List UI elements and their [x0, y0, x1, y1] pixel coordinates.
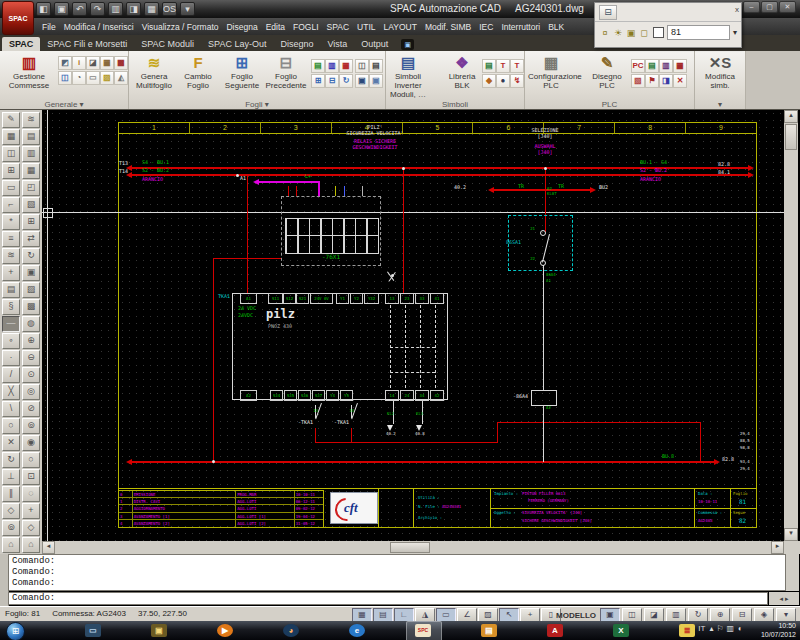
group-label-fogli[interactable]: Fogli ▾ — [129, 100, 385, 109]
snap-toggle[interactable]: ▦ — [352, 608, 372, 622]
tab-spac-lay-out[interactable]: SPAC Lay-Out — [201, 37, 273, 51]
plc-card-icon[interactable]: ▥ — [659, 59, 673, 73]
copy-commessa-icon[interactable]: ◪ — [86, 56, 100, 70]
sheet-window-icon[interactable]: ◫ — [355, 59, 369, 73]
quickview-drawings-button[interactable]: ▥ — [666, 608, 686, 622]
renumber-sheet-icon[interactable]: ↻ — [339, 74, 353, 88]
tool-home-tool[interactable]: ⌂ — [2, 537, 20, 553]
grid-toggle[interactable]: ▤ — [373, 608, 393, 622]
model-tab-button[interactable]: ▣ — [600, 608, 620, 622]
osnap-toggle[interactable]: ▭ — [436, 608, 456, 622]
minimize-button[interactable]: – — [743, 1, 760, 13]
make-layer-current-icon[interactable]: ⊟ — [599, 5, 617, 20]
tool-preview-tool[interactable]: ▩ — [22, 299, 40, 315]
frame-icon[interactable]: ▭ — [86, 71, 100, 85]
print-sheet-icon[interactable]: ▤ — [369, 59, 383, 73]
tool-refresh-sheet[interactable]: ↻ — [22, 248, 40, 264]
tool-new-sheet[interactable]: ▤ — [22, 129, 40, 145]
open-file-icon[interactable]: ◧ — [36, 2, 51, 16]
configurazione-plc-button[interactable]: ▦Configurazione PLC — [528, 53, 574, 90]
menu-modifica-inserisci[interactable]: Modifica / Inserisci — [60, 20, 138, 34]
tool-rotate-tool[interactable]: ↻ — [2, 452, 20, 468]
freeze-thaw-icon[interactable]: ☀ — [612, 27, 624, 39]
sheet-stack-icon[interactable]: ▣ — [355, 74, 369, 88]
plc-icon[interactable]: PC — [631, 59, 645, 73]
start-button[interactable]: ⊞ — [6, 622, 25, 640]
plc-delete-icon[interactable]: ✕ — [673, 74, 687, 88]
drawing-canvas[interactable]: 123456789 0EMISSIONEPROG.MAR10-10-111DIS… — [42, 110, 784, 541]
menu-visualizza-formato[interactable]: Visualizza / Formato — [138, 20, 223, 34]
workspace-lock-button[interactable]: ⊟ — [732, 608, 752, 622]
menu-spac[interactable]: SPAC — [323, 20, 354, 34]
cambio-foglio-button[interactable]: FCambio Foglio — [176, 53, 220, 90]
libreria-blk-button[interactable]: ❖Libreria BLK — [442, 53, 482, 90]
menu-file[interactable]: File — [38, 20, 60, 34]
tool-line-tool[interactable]: — — [2, 316, 20, 332]
plot-icon[interactable]: ▥ — [108, 2, 123, 16]
tool-swap-sheet[interactable]: ⇄ — [22, 231, 40, 247]
sheet-set-icon[interactable]: ◨ — [126, 2, 141, 16]
tool-perpendicular-tool[interactable]: ⊥ — [2, 469, 20, 485]
menu-edita[interactable]: Edita — [262, 20, 289, 34]
redo-icon[interactable]: ↷ — [90, 2, 105, 16]
layer-color-swatch[interactable] — [653, 27, 664, 38]
tool-tile-windows[interactable]: ⊞ — [22, 214, 40, 230]
gestione-commesse-button[interactable]: ▥ Gestione Commesse — [3, 53, 55, 90]
tool-pan-tool[interactable]: ◍ — [22, 316, 40, 332]
group-label-plc[interactable]: PLC — [525, 100, 694, 109]
bulb-on-off-icon[interactable]: ¤ — [599, 27, 611, 39]
application-menu-button[interactable]: SPAC — [2, 1, 34, 35]
osnap-icon[interactable]: OS — [162, 2, 177, 16]
status-menu-button[interactable]: ▾ — [776, 608, 796, 622]
tool-zoom-object[interactable]: ◉ — [22, 435, 40, 451]
command-input-line[interactable]: Comando: — [8, 592, 768, 605]
insert-sheet-icon[interactable]: ⊞ — [311, 74, 325, 88]
toc-app-icon[interactable]: ≣ — [674, 623, 700, 638]
command-input-arrows[interactable]: ◂ ▸ — [769, 592, 799, 605]
info-icon[interactable]: i — [72, 56, 86, 70]
undo-icon[interactable]: ↶ — [72, 2, 87, 16]
tab-panel-toggle-icon[interactable]: ▣ — [401, 39, 414, 50]
tool-zoom-extents[interactable]: ⊡ — [22, 469, 40, 485]
ducs-toggle[interactable]: ▨ — [478, 608, 498, 622]
tool-insert-symbol[interactable]: ◫ — [2, 146, 20, 162]
tool-vertical-symbol[interactable]: ⌐ — [2, 197, 20, 213]
action-center-icon[interactable]: ⚐ — [716, 624, 723, 633]
tool-zoom-out[interactable]: ⊖ — [22, 350, 40, 366]
document-app-icon[interactable]: ▤ — [476, 623, 502, 638]
project-info-icon[interactable]: ◩ — [58, 56, 72, 70]
tab-spac-moduli[interactable]: SPAC Moduli — [134, 37, 201, 51]
tool-zoom-previous[interactable]: ◌ — [22, 486, 40, 502]
dyn-toggle[interactable]: ↖ — [499, 608, 519, 622]
genera-multifoglio-button[interactable]: ≋Genera Multifoglio — [132, 53, 176, 90]
tab-spac-fili-e-morsetti[interactable]: SPAC Fili e Morsetti — [40, 37, 134, 51]
tool-point-tool[interactable]: · — [2, 350, 20, 366]
modifica-simb-button[interactable]: ✕S Modifica simb. — [697, 53, 743, 90]
foglio-precedente-button[interactable]: ⊟Foglio Precedente — [264, 53, 308, 90]
tool-plot-tool[interactable]: ▨ — [22, 282, 40, 298]
plc-io-icon[interactable]: ▧ — [631, 74, 645, 88]
taskbar-clock[interactable]: 10:50 10/07/2012 — [761, 622, 796, 639]
tool-zoom-dynamic[interactable]: ◎ — [22, 384, 40, 400]
tool-slash-tool[interactable]: / — [2, 367, 20, 383]
menu-modif-simb[interactable]: Modif. SIMB — [421, 20, 475, 34]
close-button[interactable]: ✕ — [779, 1, 796, 13]
tool-morsetti-tool[interactable]: ≋ — [2, 248, 20, 264]
tool-zoom-window[interactable]: ⊙ — [22, 367, 40, 383]
remote-desktop-icon[interactable]: ▭ — [80, 623, 106, 638]
tool-edit-attribute[interactable]: ⊞ — [2, 163, 20, 179]
volume-icon[interactable]: ◖ — [737, 624, 742, 633]
tool-window-tool[interactable]: ▭ — [2, 180, 20, 196]
delete-sheet-icon[interactable]: ▦ — [339, 59, 353, 73]
horizontal-scrollbar[interactable]: ◂ ▸ — [42, 541, 784, 554]
text-symbol-icon[interactable]: T — [496, 59, 510, 73]
tool-sheets-manager[interactable]: ≋ — [22, 112, 40, 128]
remove-sheet-icon[interactable]: ⊟ — [325, 74, 339, 88]
tool-zoom-realtime[interactable]: + — [22, 503, 40, 519]
tool-node-link[interactable]: ∘ — [2, 333, 20, 349]
simboli-inverter-moduli-button[interactable]: ▤Simboli Inverter Moduli, … — [388, 53, 428, 99]
menu-util[interactable]: UTIL — [353, 20, 379, 34]
plc-grid-icon[interactable]: ▦ — [673, 59, 687, 73]
steering-wheel-button[interactable]: ↻ — [688, 608, 708, 622]
tab-spac[interactable]: SPAC — [2, 37, 40, 51]
